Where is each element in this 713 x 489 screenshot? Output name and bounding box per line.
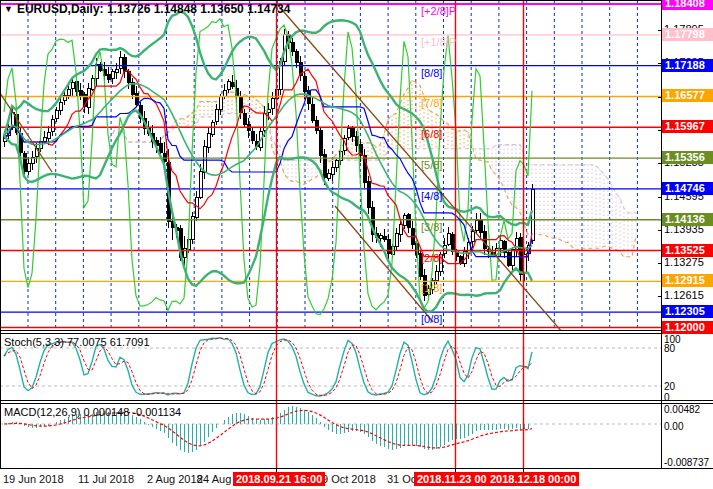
price-level-badge: 1.18408 (662, 0, 713, 10)
murrey-level-label: [3/8] (421, 221, 442, 234)
murrey-level-label: [4/8] (421, 190, 442, 203)
price-level-badge: 1.15967 (662, 120, 713, 133)
date-axis-label: 2 Aug 2018 (147, 473, 203, 486)
mt4-chart-window: ▼EURUSD,Daily: 1.13726 1.14848 1.13650 1… (0, 0, 713, 489)
macd-panel-title: MACD(12,26,9) 0.000148 -0.001134 (4, 406, 181, 419)
stoch-panel-title: Stoch(5,3,3) 77.0075 61.7091 (4, 336, 150, 349)
macd-scale-label: -0.008737 (664, 456, 709, 469)
price-axis-tick-label: 1.12615 (664, 289, 704, 302)
murrey-level-label: [7/8] (421, 97, 442, 110)
macd-scale-label: 0.00 (664, 420, 683, 433)
murrey-level-label: [0/8] (421, 313, 442, 326)
date-axis-label: 9 Oct 2018 (322, 473, 376, 486)
symbol-menu-icon[interactable]: ▼ (4, 4, 13, 14)
price-level-badge: 1.15356 (662, 151, 713, 164)
macd-scale-label: 0.00482 (664, 403, 700, 416)
date-axis-label: 19 Jun 2018 (3, 473, 64, 486)
chart-title: ▼EURUSD,Daily: 1.13726 1.14848 1.13650 1… (4, 3, 290, 16)
murrey-level-label: [1/8] (421, 282, 442, 295)
price-level-badge: 1.14136 (662, 213, 713, 226)
event-date-badge: 2018.12.18 00:00 (487, 472, 579, 486)
price-level-badge: 1.16577 (662, 89, 713, 102)
event-date-badge: 2018.09.21 16:00 (233, 472, 325, 486)
price-level-badge: 1.12305 (662, 305, 713, 318)
price-axis-tick-label: 1.13275 (664, 256, 704, 269)
date-axis-label: 11 Jul 2018 (78, 473, 134, 486)
price-level-badge: 1.17188 (662, 59, 713, 72)
stoch-scale-label: 80 (664, 342, 675, 355)
price-level-badge: 1.14746 (662, 182, 713, 195)
murrey-level-label: [8/8] (421, 67, 442, 80)
price-level-badge: 1.13525 (662, 244, 713, 257)
murrey-level-label: [6/8] (421, 128, 442, 141)
murrey-level-label: [+2/8]P (421, 5, 456, 18)
chart-title-text: EURUSD,Daily: 1.13726 1.14848 1.13650 1.… (17, 2, 291, 16)
price-level-badge: 1.12000 (662, 321, 713, 334)
murrey-level-label: [+1/8]P (421, 36, 456, 49)
murrey-level-label: [2/8] (421, 252, 442, 265)
price-level-badge: 1.12915 (662, 274, 713, 287)
price-level-badge: 1.17798 (662, 28, 713, 41)
murrey-level-label: [5/8] (421, 159, 442, 172)
